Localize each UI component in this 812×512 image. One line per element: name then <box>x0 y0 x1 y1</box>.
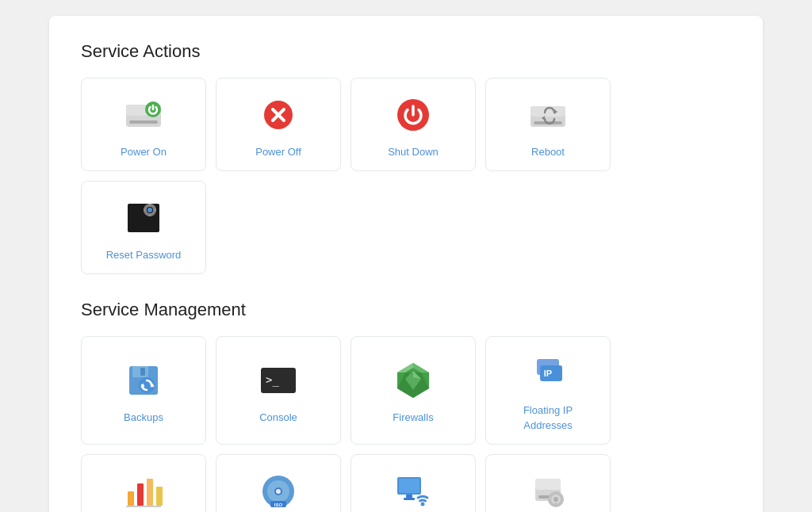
backups-button[interactable]: Backups <box>81 336 206 444</box>
svg-point-57 <box>553 497 558 502</box>
svg-rect-50 <box>406 495 412 498</box>
networks-icon <box>391 469 435 512</box>
firewalls-label: Firewalls <box>393 411 433 425</box>
networks-button[interactable]: Networks <box>350 454 476 512</box>
power-off-label: Power Off <box>255 145 301 159</box>
service-actions-title: Service Actions <box>81 41 731 62</box>
iso-images-icon: ISO <box>256 469 301 512</box>
svg-rect-21 <box>140 368 145 376</box>
shut-down-label: Shut Down <box>388 145 439 159</box>
svg-rect-2 <box>129 120 158 124</box>
svg-rect-59 <box>555 502 557 506</box>
svg-rect-48 <box>399 479 419 493</box>
backups-icon <box>121 358 166 403</box>
firewalls-button[interactable]: Firewalls <box>350 336 476 444</box>
rebuild-icon <box>526 469 570 512</box>
graphs-icon <box>121 469 166 512</box>
console-icon: >_ <box>256 358 301 403</box>
power-on-button[interactable]: Power On <box>81 78 206 171</box>
shut-down-button[interactable]: Shut Down <box>350 78 476 171</box>
svg-text:ISO: ISO <box>274 502 283 507</box>
console-label: Console <box>259 411 297 425</box>
rebuild-button[interactable]: Rebuild <box>485 454 611 512</box>
svg-rect-38 <box>147 479 153 506</box>
svg-rect-40 <box>126 506 161 507</box>
svg-rect-60 <box>548 498 551 500</box>
svg-point-49 <box>421 502 425 506</box>
svg-point-18 <box>147 208 152 212</box>
svg-rect-17 <box>154 208 156 212</box>
svg-text:>_: >_ <box>266 373 279 387</box>
firewalls-icon <box>391 358 435 403</box>
svg-rect-58 <box>555 491 557 495</box>
svg-point-44 <box>276 489 281 494</box>
reboot-label: Reboot <box>531 145 565 159</box>
reset-password-button[interactable]: Reset Password <box>81 181 206 274</box>
service-actions-grid: Power On Power Off Shut Do <box>81 78 731 274</box>
svg-rect-51 <box>404 498 415 500</box>
reset-password-label: Reset Password <box>106 248 182 262</box>
floating-ip-label: Floating IP Addresses <box>523 403 573 432</box>
svg-rect-37 <box>137 483 144 506</box>
console-button[interactable]: >_ Console <box>216 336 341 444</box>
svg-rect-16 <box>144 208 146 212</box>
service-management-grid: Backups >_ Console <box>81 336 731 512</box>
svg-rect-53 <box>535 479 561 490</box>
svg-rect-15 <box>148 214 151 216</box>
iso-images-button[interactable]: ISO ISO Images <box>216 454 341 512</box>
power-on-icon <box>121 93 166 137</box>
svg-rect-36 <box>128 491 134 506</box>
reboot-button[interactable]: Reboot <box>485 78 611 171</box>
svg-rect-39 <box>156 487 163 506</box>
svg-rect-14 <box>148 204 151 206</box>
floating-ip-button[interactable]: IP Floating IP Addresses <box>485 336 611 444</box>
svg-rect-61 <box>561 498 564 500</box>
power-off-button[interactable]: Power Off <box>216 78 341 171</box>
reboot-icon <box>526 93 570 137</box>
graphs-button[interactable]: Graphs <box>81 454 206 512</box>
main-card: Service Actions Power On <box>49 16 763 512</box>
power-on-label: Power On <box>121 145 167 159</box>
svg-text:IP: IP <box>544 369 552 378</box>
backups-label: Backups <box>124 411 163 425</box>
service-management-title: Service Management <box>81 300 731 320</box>
shutdown-icon <box>391 93 435 137</box>
power-off-icon <box>256 93 301 137</box>
floating-ip-icon: IP <box>526 351 570 395</box>
reset-password-icon <box>121 196 166 240</box>
